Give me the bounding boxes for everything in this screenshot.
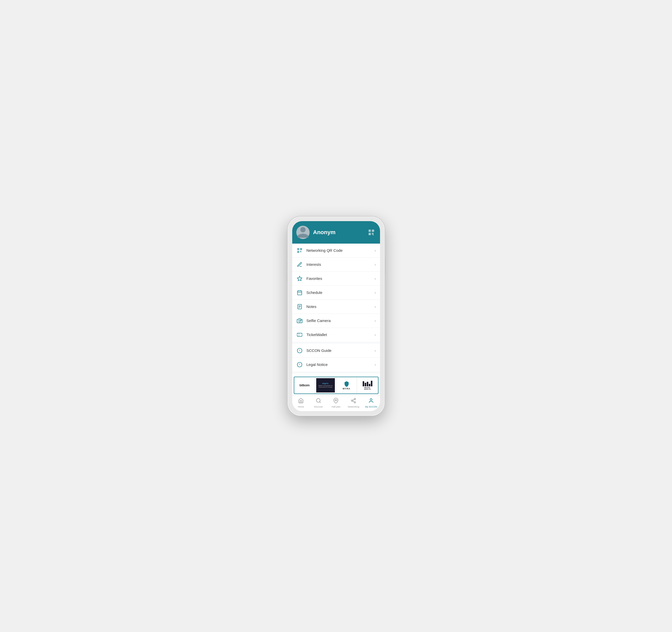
- digits-logo: digits Digitale Souveränität aus Deutsch…: [316, 378, 335, 393]
- svg-point-26: [370, 398, 372, 400]
- sponsor-messe-berlin[interactable]: MESSEBERLIN: [357, 377, 378, 394]
- svg-line-24: [353, 401, 354, 402]
- menu-item-selfie-camera[interactable]: Selfie Camera ›: [292, 314, 380, 328]
- schedule-label: Schedule: [307, 290, 371, 295]
- ticket-wallet-icon: [296, 331, 303, 338]
- ticket-wallet-chevron: ›: [375, 333, 376, 337]
- favorites-icon: [296, 275, 303, 282]
- ticket-wallet-label: TicketWallet: [307, 332, 371, 337]
- legal-notice-icon: [296, 361, 303, 368]
- networking-qr-icon: [296, 247, 303, 254]
- phone-screen: Anonym Networking QR Code ›: [292, 221, 380, 411]
- bitkom-logo: bitkom: [299, 383, 310, 387]
- sccon-guide-label: SCCON Guide: [307, 348, 371, 353]
- person-icon: [296, 226, 310, 239]
- schedule-icon: [296, 289, 303, 296]
- menu-item-legal-notice[interactable]: Legal Notice ›: [292, 358, 380, 372]
- svg-line-19: [319, 402, 320, 403]
- svg-point-23: [354, 401, 356, 403]
- messe-berlin-logo: MESSEBERLIN: [363, 381, 373, 390]
- schedule-chevron: ›: [375, 290, 376, 295]
- menu-section-2: SCCON Guide › Legal Notice ›: [292, 344, 380, 372]
- sponsor-banner: bitkom digits Digitale Souveränität aus …: [294, 377, 379, 394]
- nav-item-my-sccon[interactable]: My SCCON: [362, 398, 380, 408]
- selfie-camera-icon: [296, 318, 303, 324]
- update-section: ↻ Update data: [292, 374, 380, 377]
- svg-point-9: [298, 320, 301, 322]
- nav-item-networking[interactable]: Networking: [345, 398, 362, 408]
- svg-rect-1: [297, 290, 302, 295]
- selfie-camera-chevron: ›: [375, 319, 376, 323]
- discover-icon: [316, 398, 321, 405]
- selfie-camera-label: Selfie Camera: [307, 319, 371, 323]
- networking-qr-label: Networking QR Code: [307, 248, 371, 253]
- svg-marker-0: [297, 276, 302, 280]
- interests-label: Interests: [307, 262, 371, 266]
- myra-shield-icon: [343, 381, 350, 387]
- svg-point-20: [335, 399, 337, 401]
- notes-chevron: ›: [375, 305, 376, 309]
- nav-item-discover[interactable]: Discover: [310, 398, 327, 408]
- my-sccon-icon: [368, 398, 374, 405]
- menu-item-schedule[interactable]: Schedule ›: [292, 286, 380, 300]
- myra-logo: MYRA: [342, 381, 351, 390]
- update-data-button[interactable]: ↻ Update data: [292, 374, 380, 377]
- svg-line-25: [353, 399, 354, 400]
- qr-code-button[interactable]: [367, 228, 376, 237]
- interests-icon: [296, 261, 303, 268]
- networking-icon: [351, 398, 356, 405]
- nav-item-hall-plan[interactable]: Hall plan: [327, 398, 345, 408]
- discover-label: Discover: [314, 405, 323, 408]
- sccon-guide-icon: [296, 347, 303, 354]
- phone-wrapper: Anonym Networking QR Code ›: [288, 216, 385, 416]
- notes-icon: [296, 303, 303, 310]
- favorites-chevron: ›: [375, 277, 376, 281]
- sponsor-bitkom[interactable]: bitkom: [294, 377, 315, 394]
- menu-item-favorites[interactable]: Favorites ›: [292, 272, 380, 286]
- svg-point-21: [354, 398, 356, 400]
- header-username: Anonym: [313, 229, 363, 236]
- menu-item-networking-qr[interactable]: Networking QR Code ›: [292, 243, 380, 258]
- menu-item-ticket-wallet[interactable]: TicketWallet ›: [292, 328, 380, 342]
- interests-chevron: ›: [375, 262, 376, 266]
- hall-plan-label: Hall plan: [332, 405, 340, 408]
- menu-item-sccon-guide[interactable]: SCCON Guide ›: [292, 344, 380, 358]
- sponsor-myra[interactable]: MYRA: [336, 377, 357, 394]
- sccon-guide-chevron: ›: [375, 349, 376, 353]
- menu-list: Networking QR Code › Interests ›: [292, 243, 380, 377]
- bottom-nav: Home Discover Hall pla: [292, 396, 380, 411]
- networking-label: Networking: [348, 405, 359, 408]
- nav-item-home[interactable]: Home: [292, 398, 310, 408]
- svg-point-10: [301, 320, 301, 321]
- avatar[interactable]: [296, 226, 310, 239]
- svg-point-18: [316, 398, 320, 402]
- networking-qr-chevron: ›: [375, 249, 376, 253]
- menu-item-interests[interactable]: Interests ›: [292, 258, 380, 272]
- legal-notice-chevron: ›: [375, 362, 376, 367]
- qr-icon: [368, 229, 375, 236]
- home-icon: [298, 398, 304, 405]
- profile-header: Anonym: [292, 221, 380, 243]
- my-sccon-label: My SCCON: [365, 405, 377, 408]
- notes-label: Notes: [307, 304, 371, 309]
- menu-section-1: Networking QR Code › Interests ›: [292, 243, 380, 342]
- menu-item-notes[interactable]: Notes ›: [292, 300, 380, 314]
- home-label: Home: [298, 405, 304, 408]
- sponsor-digits[interactable]: digits Digitale Souveränität aus Deutsch…: [315, 377, 336, 394]
- legal-notice-label: Legal Notice: [307, 362, 371, 367]
- hall-plan-icon: [333, 398, 339, 405]
- favorites-label: Favorites: [307, 276, 371, 281]
- svg-point-22: [352, 400, 353, 401]
